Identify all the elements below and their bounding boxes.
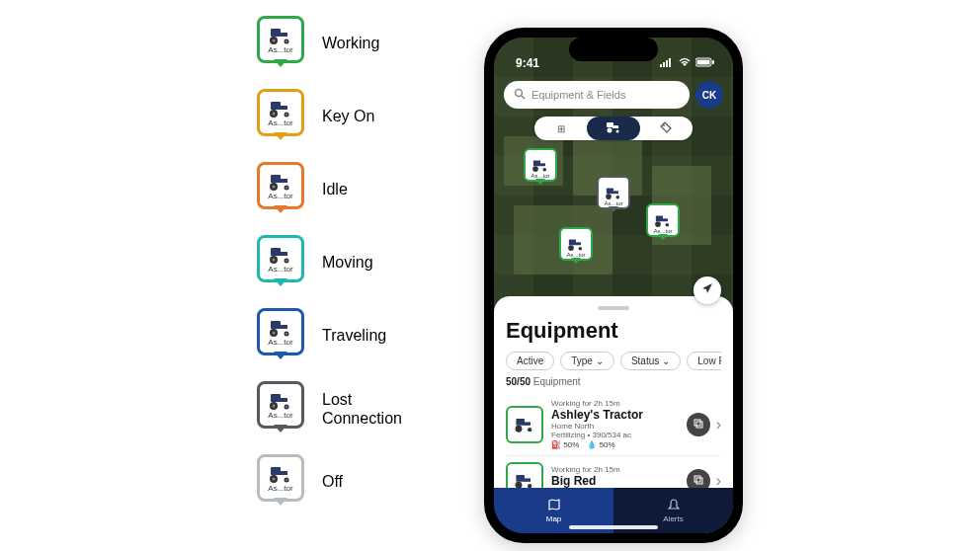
- svg-rect-65: [575, 242, 581, 245]
- equipment-action-button[interactable]: [687, 469, 710, 490]
- search-input[interactable]: Equipment & Fields: [504, 81, 690, 109]
- svg-rect-48: [712, 60, 714, 64]
- map-marker[interactable]: As...tor: [524, 148, 557, 186]
- svg-rect-43: [663, 62, 665, 67]
- seg-tractor[interactable]: [587, 117, 639, 140]
- marker-label: As...tor: [268, 338, 292, 347]
- svg-rect-52: [612, 125, 618, 128]
- legend-label: Lost Connection: [322, 390, 415, 428]
- map-marker[interactable]: As...tor: [559, 227, 593, 265]
- seg-grid[interactable]: ⊞: [534, 117, 587, 140]
- legend-marker-moving: As...tor: [257, 235, 304, 290]
- svg-rect-69: [662, 218, 668, 221]
- svg-rect-30: [271, 394, 281, 402]
- filter-status[interactable]: Status⌄: [620, 352, 681, 370]
- svg-rect-12: [271, 175, 281, 183]
- tractor-icon: [605, 121, 622, 135]
- equipment-status: Working for 2h 15m: [551, 465, 679, 474]
- legend-label: Traveling: [322, 326, 386, 345]
- svg-rect-72: [516, 419, 525, 426]
- svg-point-5: [286, 40, 287, 42]
- location-arrow-icon: [700, 281, 714, 299]
- svg-point-21: [273, 259, 276, 262]
- map-marker[interactable]: As...tor: [597, 176, 630, 213]
- svg-point-67: [579, 247, 583, 251]
- nav-label: Map: [546, 514, 562, 523]
- svg-rect-6: [271, 102, 281, 110]
- legend-label: Off: [322, 472, 343, 491]
- svg-point-58: [532, 166, 538, 172]
- svg-rect-61: [612, 191, 618, 194]
- svg-point-11: [286, 114, 287, 116]
- legend-row-idle: As...tor Idle: [257, 162, 415, 217]
- svg-rect-13: [280, 179, 287, 183]
- marker-label: As...tor: [268, 45, 292, 54]
- legend-label: Moving: [322, 253, 373, 272]
- svg-point-63: [616, 196, 620, 199]
- svg-rect-77: [696, 422, 702, 428]
- svg-rect-42: [660, 64, 662, 67]
- tag-icon: [660, 121, 672, 135]
- equipment-list-item[interactable]: Working for 2h 15m Ashley's Tractor Home…: [506, 393, 721, 456]
- equipment-thumb: [506, 462, 543, 490]
- filter-type[interactable]: Type⌄: [560, 352, 614, 370]
- svg-rect-36: [271, 467, 281, 475]
- legend-label: Key On: [322, 107, 374, 125]
- equipment-location: Home North: [551, 422, 679, 431]
- svg-point-35: [286, 406, 287, 408]
- legend-row-traveling: As...tor Traveling: [257, 308, 415, 363]
- svg-rect-73: [524, 422, 531, 425]
- svg-rect-68: [656, 215, 663, 221]
- filter-active[interactable]: Active: [506, 352, 554, 370]
- svg-point-71: [666, 223, 670, 227]
- sheet-title: Equipment: [506, 318, 721, 344]
- signal-icon: [660, 56, 674, 70]
- phone-notch: [569, 38, 658, 61]
- home-indicator: [569, 525, 658, 529]
- filter-row: Active Type⌄ Status⌄ Low F: [506, 352, 721, 370]
- svg-point-9: [273, 113, 276, 116]
- equipment-action-button[interactable]: [687, 413, 710, 436]
- svg-point-29: [286, 333, 287, 335]
- copy-icon: [693, 416, 704, 433]
- bottom-nav: Map Alerts: [494, 488, 733, 533]
- svg-point-49: [516, 90, 523, 97]
- equipment-thumb: [506, 406, 543, 443]
- svg-point-55: [663, 124, 665, 126]
- marker-label: As...tor: [268, 484, 292, 493]
- svg-rect-24: [271, 321, 281, 329]
- bell-icon: [667, 498, 681, 513]
- svg-rect-78: [516, 475, 525, 482]
- equipment-name: Big Red: [551, 474, 679, 488]
- svg-rect-37: [280, 471, 287, 475]
- equipment-name: Ashley's Tractor: [551, 408, 679, 422]
- legend-marker-working: As...tor: [257, 16, 304, 71]
- marker-label: As...tor: [268, 265, 292, 274]
- svg-point-74: [516, 425, 523, 432]
- svg-point-62: [606, 194, 612, 199]
- view-segmented-control[interactable]: ⊞: [534, 117, 693, 140]
- grid-icon: ⊞: [557, 123, 565, 134]
- filter-lowfuel[interactable]: Low F: [687, 352, 721, 370]
- svg-rect-57: [539, 163, 545, 166]
- map-area[interactable]: Equipment & Fields CK ⊞: [494, 38, 733, 314]
- legend-marker-off: As...tor: [257, 454, 304, 510]
- svg-point-53: [607, 128, 612, 133]
- phone-frame: 9:41: [484, 28, 743, 543]
- seg-tag[interactable]: [640, 117, 693, 140]
- svg-rect-83: [696, 478, 702, 484]
- equipment-sheet[interactable]: Equipment Active Type⌄ Status⌄ Low F 50/…: [494, 296, 733, 490]
- legend-row-keyon: As...tor Key On: [257, 89, 415, 144]
- svg-rect-47: [697, 60, 710, 65]
- wifi-icon: [678, 56, 692, 70]
- legend-row-working: As...tor Working: [257, 16, 415, 71]
- sheet-handle[interactable]: [598, 306, 629, 310]
- legend-marker-lost: As...tor: [257, 381, 304, 436]
- locate-button[interactable]: [694, 276, 721, 304]
- legend-row-off: As...tor Off: [257, 454, 415, 510]
- equipment-status: Working for 2h 15m: [551, 399, 679, 408]
- def-icon: 💧: [587, 440, 597, 449]
- map-marker[interactable]: As...tor: [646, 203, 680, 241]
- equipment-list-item[interactable]: Working for 2h 15m Big Red Home North ›: [506, 456, 721, 490]
- user-avatar[interactable]: CK: [695, 81, 723, 109]
